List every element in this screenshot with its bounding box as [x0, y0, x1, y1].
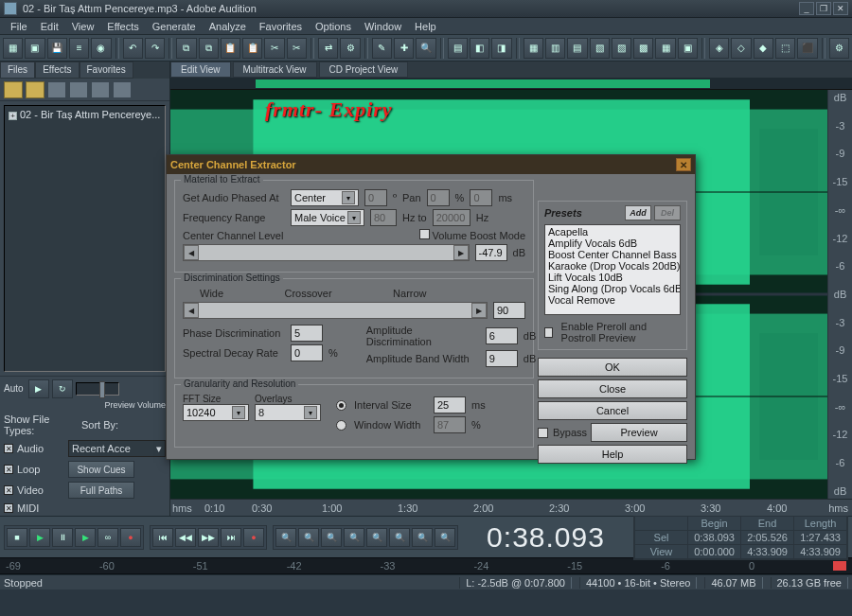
- sort-by-select[interactable]: Recent Acce▾: [68, 440, 166, 457]
- menu-edit[interactable]: Edit: [34, 19, 65, 34]
- enable-preroll-check[interactable]: [544, 327, 553, 338]
- slider-right-icon[interactable]: ▶: [453, 245, 469, 260]
- tool-brush[interactable]: ✎: [372, 38, 392, 59]
- tool-m4[interactable]: ⬚: [775, 38, 795, 59]
- expand-icon[interactable]: +: [9, 112, 17, 120]
- center-channel-level-slider[interactable]: ◀▶: [183, 244, 470, 261]
- crossover-slider[interactable]: ◀▶: [183, 302, 488, 319]
- zoom-sel-button[interactable]: 🔍: [344, 528, 364, 547]
- tool-m5[interactable]: ⬛: [797, 38, 817, 59]
- navigator-range[interactable]: [256, 79, 710, 88]
- tool-settings[interactable]: ⚙: [340, 38, 360, 59]
- tool-redo[interactable]: ↷: [145, 38, 165, 59]
- full-paths-button[interactable]: Full Paths: [68, 482, 134, 499]
- tool-grid2[interactable]: ▥: [545, 38, 565, 59]
- phase-select[interactable]: Center▾: [291, 189, 359, 206]
- filter-audio-check[interactable]: ✕: [4, 444, 13, 453]
- filter-midi-check[interactable]: ✕: [4, 503, 13, 513]
- close-button[interactable]: ✕: [833, 2, 848, 15]
- tab-effects[interactable]: Effects: [35, 62, 79, 79]
- view-length[interactable]: 4:33.909: [794, 544, 847, 558]
- slider-right-icon[interactable]: ▶: [471, 303, 487, 318]
- menu-favorites[interactable]: Favorites: [253, 19, 309, 34]
- tab-edit-view[interactable]: Edit View: [170, 62, 231, 78]
- show-cues-button[interactable]: Show Cues: [68, 461, 134, 478]
- tool-open[interactable]: ▣: [25, 38, 44, 59]
- go-start-button[interactable]: ⏮: [152, 528, 173, 547]
- zoom-out-button[interactable]: 🔍: [298, 528, 319, 547]
- tool-grid3[interactable]: ▤: [567, 38, 587, 59]
- tool-multi[interactable]: ≡: [69, 38, 89, 59]
- tool-grid4[interactable]: ▧: [590, 38, 610, 59]
- zoom-full-button[interactable]: 🔍: [321, 528, 342, 547]
- preview-loop-button[interactable]: ↻: [52, 379, 73, 398]
- zoom-vert2-button[interactable]: 🔍: [435, 528, 455, 547]
- tab-favorites[interactable]: Favorites: [80, 62, 133, 79]
- minimize-button[interactable]: _: [799, 2, 814, 15]
- maximize-button[interactable]: ❐: [816, 2, 831, 15]
- tool-grid6[interactable]: ▩: [633, 38, 653, 59]
- zoom-in-button[interactable]: 🔍: [275, 528, 296, 547]
- ok-button[interactable]: OK: [538, 358, 687, 377]
- menu-view[interactable]: View: [65, 19, 101, 34]
- record-arm-button[interactable]: ●: [243, 528, 264, 547]
- slider-left-icon[interactable]: ◀: [184, 245, 199, 260]
- tool-paste[interactable]: 📋: [221, 38, 240, 59]
- tool-grid1[interactable]: ▦: [524, 38, 543, 59]
- menu-file[interactable]: File: [4, 19, 34, 34]
- frequency-range-select[interactable]: Male Voice▾: [291, 209, 364, 226]
- tool-convert[interactable]: ⇄: [318, 38, 338, 59]
- spectral-decay-rate-field[interactable]: 0: [291, 344, 323, 361]
- presets-list[interactable]: Acapella Amplify Vocals 6dB Boost Center…: [544, 224, 681, 315]
- bypass-check[interactable]: [538, 428, 548, 438]
- files-open-icon[interactable]: [26, 81, 44, 98]
- play-loop-button[interactable]: ▶: [75, 528, 96, 547]
- forward-button[interactable]: ▶▶: [198, 528, 219, 547]
- navigator-strip[interactable]: [170, 79, 852, 90]
- menu-options[interactable]: Options: [309, 19, 358, 34]
- preset-item[interactable]: Acapella: [547, 226, 678, 238]
- menu-effects[interactable]: Effects: [100, 19, 145, 34]
- slider-handle[interactable]: [99, 381, 105, 398]
- tool-m2[interactable]: ◇: [731, 38, 751, 59]
- filter-loop-check[interactable]: ✕: [4, 465, 13, 474]
- tool-save[interactable]: 💾: [47, 38, 67, 59]
- amplitude-band-width-field[interactable]: 9: [486, 350, 518, 367]
- files-opts-icon[interactable]: [113, 81, 132, 98]
- window-width-radio[interactable]: [336, 420, 346, 431]
- tool-copy[interactable]: ⧉: [176, 38, 196, 59]
- preset-item[interactable]: Lift Vocals 10dB: [547, 272, 678, 283]
- interval-size-field[interactable]: 25: [434, 396, 466, 414]
- tool-pan[interactable]: ◧: [470, 38, 489, 59]
- time-display[interactable]: 0:38.093: [464, 521, 628, 554]
- preview-button[interactable]: Preview: [591, 423, 687, 442]
- tool-mixpaste[interactable]: 📋: [242, 38, 262, 59]
- amplitude-discrimination-field[interactable]: 6: [486, 327, 518, 344]
- tool-spectral[interactable]: ▤: [448, 38, 468, 59]
- preset-del-button[interactable]: Del: [654, 205, 681, 220]
- record-button[interactable]: ●: [120, 528, 141, 547]
- preset-item[interactable]: Boost Center Channel Bass: [547, 249, 678, 260]
- file-item[interactable]: +02 - Bir Taş Attım Pencereye...: [7, 108, 163, 121]
- tool-trim[interactable]: ✂: [287, 38, 307, 59]
- volume-boost-mode-check[interactable]: [419, 229, 430, 239]
- sel-length[interactable]: 1:27.433: [794, 530, 847, 544]
- center-channel-level-field[interactable]: -47.9: [475, 244, 507, 261]
- crossover-field[interactable]: 90: [493, 302, 525, 319]
- dialog-close-button[interactable]: ✕: [676, 158, 691, 171]
- rewind-button[interactable]: ◀◀: [175, 528, 196, 547]
- help-button[interactable]: Help: [538, 445, 687, 464]
- files-import-icon[interactable]: [4, 81, 23, 98]
- tool-grid8[interactable]: ▣: [678, 38, 698, 59]
- preset-item[interactable]: Karaoke (Drop Vocals 20dB): [547, 260, 678, 272]
- files-edit-icon[interactable]: [69, 81, 88, 98]
- preset-item[interactable]: Amplify Vocals 6dB: [547, 238, 678, 249]
- fft-size-select[interactable]: 10240▾: [183, 404, 249, 421]
- tab-multitrack-view[interactable]: Multitrack View: [233, 62, 317, 78]
- tool-m3[interactable]: ◆: [754, 38, 773, 59]
- menu-window[interactable]: Window: [358, 19, 408, 34]
- tab-cd-project-view[interactable]: CD Project View: [319, 62, 409, 78]
- tool-heal[interactable]: ✚: [394, 38, 414, 59]
- tool-grid7[interactable]: ▦: [655, 38, 675, 59]
- cancel-button[interactable]: Cancel: [538, 401, 687, 420]
